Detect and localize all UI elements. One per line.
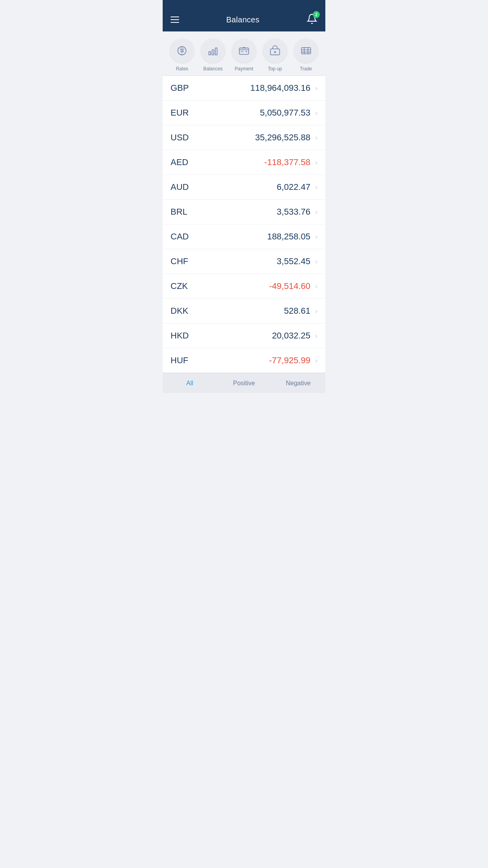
tab-all[interactable]: All — [163, 373, 217, 393]
nav-item-rates[interactable]: Rates — [168, 39, 196, 72]
currency-code: HUF — [171, 355, 198, 366]
balance-amount: 5,050,977.53 — [260, 108, 310, 118]
trade-icon — [301, 45, 312, 56]
page-title: Balances — [226, 15, 260, 24]
payment-circle — [232, 39, 256, 63]
balance-row[interactable]: CZK -49,514.60 › — [163, 274, 325, 299]
balance-right: 3,552.45 › — [277, 256, 317, 267]
balance-amount: -49,514.60 — [269, 281, 310, 291]
balance-row[interactable]: CAD 188,258.05 › — [163, 224, 325, 249]
svg-point-5 — [246, 51, 247, 53]
balance-amount: 3,533.76 — [277, 207, 310, 217]
balance-right: -77,925.99 › — [269, 355, 317, 366]
currency-code: USD — [171, 132, 198, 143]
balance-row[interactable]: CHF 3,552.45 › — [163, 249, 325, 274]
chevron-right-icon: › — [315, 84, 317, 92]
tab-negative[interactable]: Negative — [271, 373, 325, 393]
balance-amount: -118,377.58 — [264, 157, 310, 167]
topup-label: Top up — [268, 66, 282, 72]
topup-circle — [263, 39, 287, 63]
balance-right: 5,050,977.53 › — [260, 108, 317, 118]
balance-amount: 3,552.45 — [277, 256, 310, 267]
currency-code: AUD — [171, 182, 198, 192]
chevron-right-icon: › — [315, 257, 317, 266]
balance-right: -118,377.58 › — [264, 157, 317, 167]
balances-icon — [207, 45, 218, 56]
currency-code: BRL — [171, 207, 198, 217]
rates-circle — [170, 39, 194, 63]
balance-amount: 528.61 — [284, 306, 310, 316]
balance-row[interactable]: EUR 5,050,977.53 › — [163, 101, 325, 125]
chevron-right-icon: › — [315, 357, 317, 365]
svg-rect-3 — [215, 48, 217, 55]
balance-right: -49,514.60 › — [269, 281, 317, 291]
balance-amount: 20,032.25 — [272, 331, 310, 341]
rates-label: Rates — [176, 66, 188, 72]
currency-code: CAD — [171, 232, 198, 242]
balance-right: 35,296,525.88 › — [255, 132, 317, 143]
currency-code: DKK — [171, 306, 198, 316]
balance-right: 528.61 › — [284, 306, 317, 316]
nav-icons-bar: Rates Balances Payment — [163, 31, 325, 76]
svg-rect-2 — [212, 50, 214, 55]
balance-row[interactable]: HUF -77,925.99 › — [163, 348, 325, 373]
chevron-right-icon: › — [315, 208, 317, 216]
payment-icon — [238, 45, 250, 56]
balance-right: 3,533.76 › — [277, 207, 317, 217]
nav-item-balances[interactable]: Balances — [199, 39, 227, 72]
tab-positive[interactable]: Positive — [217, 373, 271, 393]
balance-right: 6,022.47 › — [277, 182, 317, 192]
app-header: Balances 2 — [163, 0, 325, 31]
notification-button[interactable]: 2 — [306, 13, 317, 26]
balance-row[interactable]: DKK 528.61 › — [163, 299, 325, 324]
chevron-right-icon: › — [315, 183, 317, 191]
chevron-right-icon: › — [315, 332, 317, 340]
chevron-right-icon: › — [315, 282, 317, 291]
balance-amount: 6,022.47 — [277, 182, 310, 192]
balance-row[interactable]: GBP 118,964,093.16 › — [163, 76, 325, 101]
balance-amount: 188,258.05 — [267, 232, 310, 242]
svg-rect-7 — [301, 48, 310, 54]
menu-button[interactable] — [171, 17, 179, 23]
balance-row[interactable]: HKD 20,032.25 › — [163, 324, 325, 348]
balance-row[interactable]: BRL 3,533.76 › — [163, 200, 325, 224]
currency-code: GBP — [171, 83, 198, 93]
balance-amount: 35,296,525.88 — [255, 132, 310, 143]
rates-icon — [176, 45, 187, 56]
currency-code: HKD — [171, 331, 198, 341]
nav-item-trade[interactable]: Trade — [292, 39, 320, 72]
currency-code: CZK — [171, 281, 198, 291]
balance-list: GBP 118,964,093.16 › EUR 5,050,977.53 › … — [163, 76, 325, 373]
currency-code: EUR — [171, 108, 198, 118]
chevron-right-icon: › — [315, 233, 317, 241]
currency-code: CHF — [171, 256, 198, 267]
currency-code: AED — [171, 157, 198, 167]
balance-amount: 118,964,093.16 — [250, 83, 310, 93]
chevron-right-icon: › — [315, 109, 317, 117]
chevron-right-icon: › — [315, 307, 317, 315]
topup-icon — [270, 45, 281, 56]
balance-row[interactable]: USD 35,296,525.88 › — [163, 125, 325, 150]
balance-right: 20,032.25 › — [272, 331, 317, 341]
balance-amount: -77,925.99 — [269, 355, 310, 366]
nav-item-topup[interactable]: Top up — [261, 39, 289, 72]
payment-label: Payment — [235, 66, 253, 72]
notification-badge: 2 — [313, 11, 320, 18]
balance-row[interactable]: AED -118,377.58 › — [163, 150, 325, 175]
balance-right: 118,964,093.16 › — [250, 83, 317, 93]
bottom-tabs: AllPositiveNegative — [163, 373, 325, 393]
balance-right: 188,258.05 › — [267, 232, 317, 242]
balances-label: Balances — [204, 66, 223, 72]
chevron-right-icon: › — [315, 158, 317, 167]
svg-rect-1 — [209, 51, 211, 55]
trade-circle — [294, 39, 318, 63]
trade-label: Trade — [300, 66, 312, 72]
balances-circle — [201, 39, 225, 63]
chevron-right-icon: › — [315, 134, 317, 142]
svg-rect-4 — [239, 48, 248, 54]
balance-row[interactable]: AUD 6,022.47 › — [163, 175, 325, 200]
nav-item-payment[interactable]: Payment — [230, 39, 258, 72]
